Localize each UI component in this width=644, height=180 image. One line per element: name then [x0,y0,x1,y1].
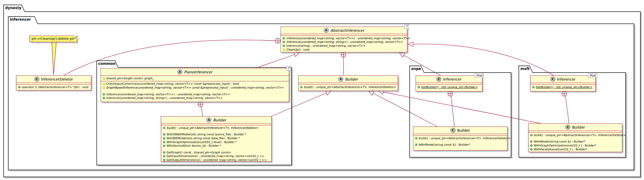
field-row: shared_ptr<Graph const> graph_ [103,76,287,80]
method-row: WithModel(string const &) : Builder* [530,140,620,144]
abstract-class-spot-icon: A [206,118,211,122]
inheritance-line-msftbuilder-builder [383,92,541,123]
public-visibility-icon [163,141,165,143]
method-row: WithDeviceID(int device_id) : Builder * [163,144,269,148]
method-row: Inference(unordered_map<string, vector<T… [103,92,287,96]
anchor-icon-snpeinferencer-bottom [448,91,453,96]
method-row: Inference(unordered_map<string, string>)… [283,40,405,44]
method-row: GetInputDimensions() : unordered_map<str… [163,154,269,158]
template-parameter-badge: T [286,66,291,71]
method-row: GetOutputDimensions() : unordered_map<st… [163,158,269,162]
inheritance-arrow-icon [325,91,331,95]
methods-section: GetBuilder() : std::unique_ptr<Builder> [416,84,482,90]
uml-class-diagram: dynasty inferencer common snpe msft [0,0,644,180]
public-visibility-icon [163,145,165,147]
inheritance-arrow-icon [294,52,299,57]
protected-visibility-icon [102,86,105,89]
class-name: Builder [457,128,470,132]
class-builder-abstract: A Builder build() : unique_ptr<AbstractI… [298,75,398,91]
class-name: AbstractInferencer [331,28,364,33]
spacer-row [415,140,505,143]
public-visibility-icon [530,144,533,147]
template-parameter-badge: float [588,73,597,78]
class-name: Builder [345,77,358,81]
method-row: GetBuilder() : std::unique_ptr<Builder> [418,85,480,89]
public-visibility-icon [530,134,533,136]
method-row: WithGraphOptimization(uint32_t level) : … [163,140,269,144]
public-visibility-icon [103,93,105,96]
anchor-icon-abstractinferencer-bottom [341,52,346,57]
class-spot-icon: C [34,77,39,82]
fields-section: shared_ptr<Graph const> graph_ [101,75,289,81]
spacer-row [163,148,269,151]
inheritance-arrow-icon [369,91,374,95]
public-visibility-icon [300,86,303,88]
class-builder-common: A Builder build() : unique_ptr<AbstractI… [161,116,272,162]
class-header: A Builder [161,116,271,123]
method-row: Inference(unordered_map<string, vector<T… [283,36,405,40]
anchor-icon-pianoinferencer-bottom [198,102,203,107]
class-msft-inferencer: float C Inferencer GetBuilder() : std::u… [530,75,596,91]
methods-section: CheckInputCorrectness(unordered_map<stri… [101,81,289,101]
abstract-class-spot-icon: A [324,28,329,33]
class-header: C Inferencer [416,76,482,83]
public-visibility-icon [532,86,535,88]
class-inferencerdeletor: C InferencerDeletor operator () (Abstrac… [16,75,91,90]
public-visibility-icon [418,86,420,88]
class-name: Builder [213,118,226,122]
public-visibility-icon [415,137,417,139]
class-name: InferencerDeletor [41,77,73,81]
class-header: C InferencerDeletor [16,76,91,83]
methods-section: operator () (AbstractInferencer<T> *ptr)… [16,84,91,90]
inheritance-arrow-icon [408,42,413,46]
public-visibility-icon [283,37,285,40]
note-text: ptr->CleanUp();delete ptr [30,36,77,41]
public-visibility-icon [415,144,417,146]
class-name: Inferencer [443,77,462,81]
public-visibility-icon [163,133,165,136]
method-row: GraphBasedInference(unordered_map<string… [103,86,287,90]
class-header: A AbstractInferencer [281,27,407,34]
methods-section: build() : unique_ptr<AbstractInferencer<… [161,125,271,163]
anchor-line-pianoinferencer-commonbuilder [201,107,203,116]
anchor-line-snpeinferencer-snpebuilder [451,96,454,127]
method-row: WithGraphOptimization(uint32_t ) : Build… [530,144,620,147]
inheritance-arrow-icon [399,53,405,57]
anchor-icon-msftinferencer-bottom [562,91,567,96]
method-row: GetBuilder() : std::unique_ptr<Builder> [532,85,594,89]
public-visibility-icon [163,159,165,161]
class-name: Inferencer [557,77,576,81]
method-row: Inference(string) : unordered_map<string… [283,44,405,48]
method-row: WithBIEModel(std::string const &bie_file… [163,136,269,140]
method-row: Inference(unordered_map<string, string>)… [103,96,287,100]
public-visibility-icon [103,97,105,99]
methods-section: Inference(unordered_map<string, vector<T… [281,35,407,52]
class-snpe-builder: C Builder build() : unique_ptr<AbstractI… [413,127,507,151]
class-spot-icon: C [436,77,441,82]
protected-visibility-icon [102,77,105,80]
note-cleanup: ptr->CleanUp();delete ptr [29,36,77,42]
template-parameter-badge: float [475,73,484,78]
method-row: GetGraph() const : shared_ptr<Graph cons… [163,151,269,154]
spacer-row [103,90,287,92]
method-row: build() : unique_ptr<AbstractInferencer<… [300,85,396,89]
method-row: WithONNXModel(std::string const &onnx_fi… [163,133,269,137]
public-visibility-icon [18,86,20,88]
methods-section: build() : unique_ptr<AbstractInferencer<… [413,135,507,148]
inheritance-line-snpebuilder-builder [373,93,437,127]
public-visibility-icon [163,127,165,129]
class-spot-icon: C [451,128,455,133]
anchor-line-msftinferencer-msftbuilder [565,96,569,123]
public-visibility-icon [530,148,533,151]
class-spot-icon: C [565,125,570,130]
note-tail [52,41,56,75]
abstract-class-spot-icon: A [338,77,343,82]
class-pianoinferencer: T A PianoInferencer shared_ptr<Graph con… [101,68,289,102]
class-name: PianoInferencer [184,70,213,74]
public-visibility-icon [530,140,533,143]
method-row: CleanUp() : void [283,48,405,52]
methods-section: GetBuilder() : std::unique_ptr<Builder> [530,84,595,90]
methods-section: build() : unique_ptr<AbstractInferencer<… [298,84,398,90]
class-snpe-inferencer: float C Inferencer GetBuilder() : std::u… [416,75,482,91]
method-row: CheckInputCorrectness(unordered_map<stri… [103,82,287,86]
